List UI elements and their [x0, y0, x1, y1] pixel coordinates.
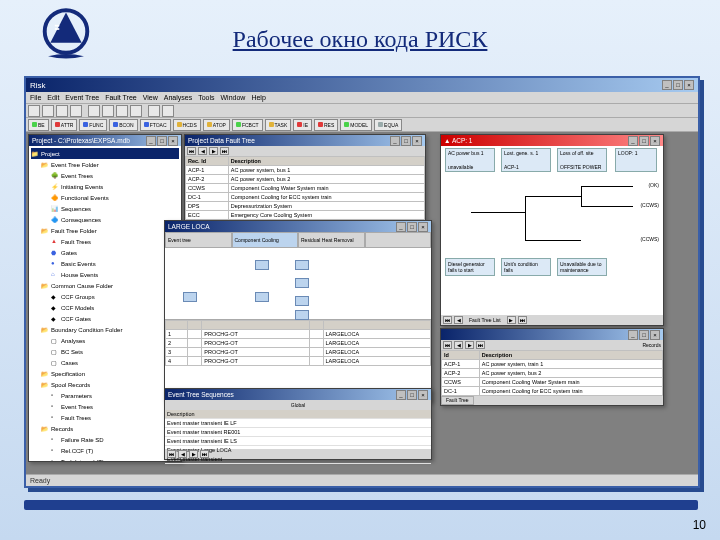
nav-last[interactable]: ⏭: [220, 147, 229, 155]
diagram-node[interactable]: [183, 292, 197, 302]
minimize-button[interactable]: _: [390, 136, 400, 146]
type-button[interactable]: MODEL: [340, 119, 372, 131]
nav-prev[interactable]: ◀: [178, 450, 187, 458]
type-button[interactable]: RES: [314, 119, 338, 131]
menu-item[interactable]: Fault Tree: [105, 94, 137, 101]
toolbar-button[interactable]: [28, 105, 40, 117]
type-button[interactable]: BE: [28, 119, 49, 131]
maximize-button[interactable]: □: [401, 136, 411, 146]
type-button[interactable]: IE: [293, 119, 312, 131]
tab-column[interactable]: Residual Heat Removal: [298, 232, 365, 248]
be-grid[interactable]: 1PROCHG-OTLARGELOCA 2PROCHG-OTLARGELOCA …: [165, 320, 431, 366]
menu-item[interactable]: Edit: [47, 94, 59, 101]
close-button[interactable]: ×: [650, 330, 660, 340]
minimize-button[interactable]: _: [628, 136, 638, 146]
sequences-list[interactable]: Description Event master transient IE LF…: [165, 410, 431, 449]
event-tree-canvas[interactable]: AC power bus 1unavailable Lost. gene. s.…: [441, 146, 663, 315]
menu-item[interactable]: File: [30, 94, 41, 101]
type-button[interactable]: FCBCT: [232, 119, 263, 131]
records-tab[interactable]: Fault Tree: [441, 396, 474, 405]
menu-item[interactable]: Window: [221, 94, 246, 101]
basic-event-window: LARGE LOCA _□× Event tree Component Cool…: [164, 220, 432, 402]
menu-item[interactable]: Help: [251, 94, 265, 101]
nav-prev[interactable]: ◀: [454, 316, 463, 324]
menu-item[interactable]: Tools: [198, 94, 214, 101]
tab-column[interactable]: [365, 232, 432, 248]
list-item[interactable]: Event master transient IE LS: [165, 437, 431, 446]
type-button[interactable]: FUNC: [79, 119, 107, 131]
folder-icon: 📂: [41, 370, 49, 378]
list-item[interactable]: Event master transient IE LF: [165, 419, 431, 428]
nav-last[interactable]: ⏭: [476, 341, 485, 349]
type-button[interactable]: FTOAC: [140, 119, 171, 131]
nav-first[interactable]: ⏮: [443, 341, 452, 349]
maximize-button[interactable]: □: [407, 390, 417, 400]
tab-column[interactable]: Event tree: [165, 232, 232, 248]
menu-item[interactable]: Event Tree: [65, 94, 99, 101]
type-button[interactable]: HCDS: [173, 119, 201, 131]
toolbar-button[interactable]: [130, 105, 142, 117]
toolbar-button[interactable]: [102, 105, 114, 117]
menu-item[interactable]: Analyses: [164, 94, 192, 101]
close-button[interactable]: ×: [418, 222, 428, 232]
folder-icon: 📂: [41, 161, 49, 169]
type-button[interactable]: ATTR: [51, 119, 78, 131]
maximize-button[interactable]: □: [407, 222, 417, 232]
diagram-node[interactable]: [255, 292, 269, 302]
nav-label: Fault Tree List: [469, 317, 501, 323]
nav-next[interactable]: ▶: [209, 147, 218, 155]
nav-last[interactable]: ⏭: [200, 450, 209, 458]
maximize-button[interactable]: □: [639, 136, 649, 146]
nav-next[interactable]: ▶: [189, 450, 198, 458]
tree-item-label: House Events: [61, 272, 98, 278]
maximize-button[interactable]: □: [639, 330, 649, 340]
nav-first[interactable]: ⏮: [187, 147, 196, 155]
minimize-button[interactable]: _: [396, 222, 406, 232]
data-table[interactable]: Rec. IdDescription ACP-1AC power system,…: [185, 156, 425, 225]
diagram-node[interactable]: [295, 260, 309, 270]
window-title: LARGE LOCA: [168, 223, 210, 230]
diagram-canvas[interactable]: [165, 248, 431, 320]
close-button[interactable]: ×: [418, 390, 428, 400]
diagram-node[interactable]: [295, 296, 309, 306]
tree-item-label: Sequences: [61, 206, 91, 212]
maximize-button[interactable]: □: [673, 80, 683, 90]
tree-item-label: Fault Tree Folder: [51, 228, 97, 234]
minimize-button[interactable]: _: [146, 136, 156, 146]
toolbar-button[interactable]: [56, 105, 68, 117]
project-tree[interactable]: 📁Project 📂Event Tree Folder 🌳Event Trees…: [29, 146, 181, 461]
minimize-button[interactable]: _: [662, 80, 672, 90]
type-button[interactable]: EQUA: [374, 119, 402, 131]
nav-last[interactable]: ⏭: [518, 316, 527, 324]
toolbar-button[interactable]: [88, 105, 100, 117]
nav-prev[interactable]: ◀: [454, 341, 463, 349]
nav-next[interactable]: ▶: [465, 341, 474, 349]
tab-column[interactable]: Component Cooling: [232, 232, 299, 248]
toolbar-button[interactable]: [116, 105, 128, 117]
type-button[interactable]: BCON: [109, 119, 137, 131]
maximize-button[interactable]: □: [157, 136, 167, 146]
close-button[interactable]: ×: [650, 136, 660, 146]
toolbar-button[interactable]: [162, 105, 174, 117]
menu-item[interactable]: View: [143, 94, 158, 101]
minimize-button[interactable]: _: [628, 330, 638, 340]
close-button[interactable]: ×: [168, 136, 178, 146]
list-item[interactable]: Event master transient RE001: [165, 428, 431, 437]
diagram-node[interactable]: [295, 278, 309, 288]
type-button[interactable]: TASK: [265, 119, 292, 131]
nav-prev[interactable]: ◀: [198, 147, 207, 155]
nav-next[interactable]: ▶: [507, 316, 516, 324]
nav-first[interactable]: ⏮: [167, 450, 176, 458]
close-button[interactable]: ×: [412, 136, 422, 146]
nav-first[interactable]: ⏮: [443, 316, 452, 324]
close-button[interactable]: ×: [684, 80, 694, 90]
diagram-node[interactable]: [295, 310, 309, 320]
diagram-node[interactable]: [255, 260, 269, 270]
toolbar-button[interactable]: [42, 105, 54, 117]
type-button[interactable]: ATOP: [203, 119, 230, 131]
toolbar-button[interactable]: [70, 105, 82, 117]
app-window: Risk _ □ × File Edit Event Tree Fault Tr…: [24, 76, 700, 488]
toolbar-button[interactable]: [148, 105, 160, 117]
records-table[interactable]: IdDescription ACP-1AC power system, trai…: [441, 350, 663, 396]
minimize-button[interactable]: _: [396, 390, 406, 400]
